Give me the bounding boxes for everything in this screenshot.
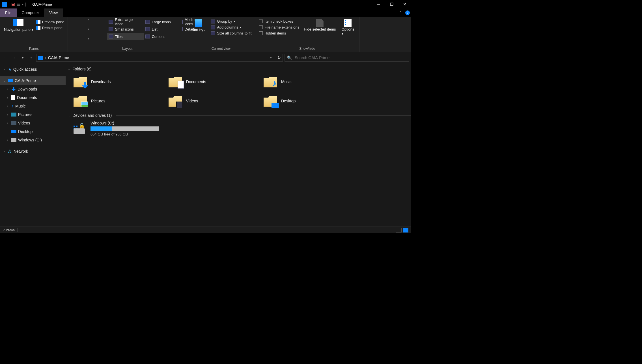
layout-tiles[interactable]: Tiles bbox=[107, 33, 144, 40]
add-columns-button[interactable]: Add columns ▾ bbox=[211, 25, 251, 29]
collapse-ribbon-button[interactable]: ˄ bbox=[397, 8, 404, 17]
close-button[interactable]: ✕ bbox=[398, 0, 411, 8]
layout-icon bbox=[109, 35, 113, 38]
forward-button[interactable]: → bbox=[11, 54, 18, 61]
layout-medium-icons[interactable]: Medium icons bbox=[180, 18, 184, 25]
download-icon bbox=[11, 87, 16, 91]
tile-label: Desktop bbox=[281, 99, 296, 103]
search-box[interactable]: 🔍 bbox=[285, 54, 409, 62]
item-check-boxes-toggle[interactable]: Item check boxes bbox=[259, 19, 299, 23]
navigation-pane-button[interactable]: Navigation pane ▾ bbox=[2, 18, 35, 46]
group-header-drives[interactable]: ⌄ Devices and drives (1) bbox=[68, 112, 411, 119]
tile-desktop[interactable]: Desktop bbox=[264, 92, 357, 110]
drive-name: Windows (C:) bbox=[91, 121, 159, 125]
qat-divider: | bbox=[25, 2, 26, 7]
layout-scroll[interactable]: ▴▾▾ bbox=[70, 18, 107, 40]
minimize-button[interactable]: ─ bbox=[372, 0, 385, 8]
drive-usage-bar bbox=[91, 126, 159, 131]
window-title: GAIA-Prime bbox=[32, 2, 52, 7]
tree-quick-access[interactable]: ›★Quick access bbox=[0, 65, 66, 74]
tile-windows-c[interactable]: 🔓 Windows (C:) 654 GB free of 953 GB bbox=[68, 119, 411, 137]
up-button[interactable]: ↑ bbox=[28, 54, 35, 61]
title-bar: | ▣ ▤ ▾ | GAIA-Prime ─ ☐ ✕ bbox=[0, 0, 411, 8]
status-view-details-button[interactable] bbox=[396, 228, 402, 232]
help-button[interactable]: ? bbox=[404, 8, 411, 17]
tile-documents[interactable]: Documents bbox=[169, 73, 262, 91]
refresh-button[interactable]: ↻ bbox=[277, 55, 281, 60]
tab-view[interactable]: View bbox=[44, 8, 63, 17]
addcols-icon bbox=[211, 25, 215, 29]
drive-free-text: 654 GB free of 953 GB bbox=[91, 132, 159, 136]
ribbon: Navigation pane ▾ Preview pane Details p… bbox=[0, 17, 411, 52]
group-label-layout: Layout bbox=[70, 46, 184, 51]
address-bar[interactable]: › GAIA-Prime ▾ ↻ bbox=[36, 54, 283, 62]
main-area: ›★Quick access ⌄GAIA-Prime ›Downloads ›D… bbox=[0, 63, 411, 227]
tab-file[interactable]: File bbox=[0, 8, 17, 17]
tab-computer[interactable]: Computer bbox=[17, 8, 44, 17]
options-icon bbox=[344, 19, 352, 27]
tree-network[interactable]: ›🖧Network bbox=[0, 147, 66, 156]
layout-list[interactable]: List bbox=[144, 25, 180, 33]
size-columns-button[interactable]: Size all columns to fit bbox=[211, 31, 251, 35]
preview-pane-button[interactable]: Preview pane bbox=[36, 20, 64, 24]
layout-extra-large-icons[interactable]: Extra large icons bbox=[107, 18, 144, 25]
chevron-right-icon: › bbox=[45, 55, 46, 60]
group-label-panes: Panes bbox=[2, 46, 65, 51]
group-by-button[interactable]: Group by ▾ bbox=[211, 19, 251, 23]
back-button[interactable]: ← bbox=[2, 54, 9, 61]
details-pane-button[interactable]: Details pane bbox=[36, 26, 64, 30]
network-icon: 🖧 bbox=[8, 149, 12, 154]
tree-this-pc[interactable]: ⌄GAIA-Prime bbox=[0, 76, 66, 85]
hidden-items-toggle[interactable]: Hidden items bbox=[259, 31, 299, 35]
layout-content[interactable]: Content bbox=[144, 33, 180, 40]
status-bar: 7 items bbox=[0, 227, 411, 233]
tree-pictures[interactable]: ›Pictures bbox=[0, 110, 66, 119]
tile-videos[interactable]: Videos bbox=[169, 92, 262, 110]
layout-large-icons[interactable]: Large icons bbox=[144, 18, 180, 25]
tile-label: Downloads bbox=[91, 79, 111, 84]
status-view-tiles-button[interactable] bbox=[403, 228, 408, 232]
qat-properties-icon[interactable]: ▣ bbox=[11, 2, 15, 7]
layout-small-icons[interactable]: Small icons bbox=[107, 25, 144, 33]
recent-locations-button[interactable]: ▾ bbox=[19, 54, 26, 61]
chevron-down-icon[interactable]: ▾ bbox=[270, 56, 272, 60]
ribbon-group-current-view: Sort by ▾ Group by ▾ Add columns ▾ Size … bbox=[187, 17, 255, 52]
ribbon-group-panes: Navigation pane ▾ Preview pane Details p… bbox=[0, 17, 68, 52]
layout-icon bbox=[182, 20, 183, 24]
navigation-tree[interactable]: ›★Quick access ⌄GAIA-Prime ›Downloads ›D… bbox=[0, 63, 66, 227]
picture-icon bbox=[81, 102, 88, 107]
pc-icon bbox=[38, 56, 43, 60]
ribbon-tabs: File Computer View ˄ ? bbox=[0, 8, 411, 17]
hide-selected-icon bbox=[316, 19, 324, 27]
desktop-icon bbox=[11, 130, 16, 133]
ribbon-group-show-hide: Item check boxes File name extensions Hi… bbox=[255, 17, 359, 52]
hide-selected-button[interactable]: Hide selected items bbox=[301, 18, 339, 46]
options-button[interactable]: Options▾ bbox=[339, 18, 357, 46]
search-input[interactable] bbox=[295, 55, 406, 60]
qat-dropdown-icon[interactable]: ▾ bbox=[22, 3, 23, 6]
tree-desktop[interactable]: Desktop bbox=[0, 127, 66, 136]
tile-label: Videos bbox=[186, 99, 198, 103]
tree-windows-c[interactable]: ›Windows (C:) bbox=[0, 136, 66, 144]
tile-pictures[interactable]: Pictures bbox=[74, 92, 167, 110]
group-header-folders[interactable]: ⌄ Folders (6) bbox=[68, 66, 411, 73]
document-icon bbox=[11, 95, 15, 100]
app-icon bbox=[2, 2, 7, 7]
content-pane[interactable]: ⌄ Folders (6) Downloads Documents ♪ Musi… bbox=[66, 63, 411, 227]
sort-by-button[interactable]: Sort by ▾ bbox=[189, 18, 208, 46]
tile-music[interactable]: ♪ Music bbox=[264, 73, 357, 91]
file-name-extensions-toggle[interactable]: File name extensions bbox=[259, 25, 299, 29]
tree-documents[interactable]: ›Documents bbox=[0, 93, 66, 102]
music-icon: ♪ bbox=[11, 104, 14, 109]
checkbox-icon bbox=[259, 31, 263, 35]
preview-pane-icon bbox=[36, 20, 40, 24]
tile-downloads[interactable]: Downloads bbox=[74, 73, 167, 91]
tree-downloads[interactable]: ›Downloads bbox=[0, 85, 66, 93]
tree-videos[interactable]: ›Videos bbox=[0, 119, 66, 127]
tree-music[interactable]: ›♪Music bbox=[0, 102, 66, 110]
maximize-button[interactable]: ☐ bbox=[385, 0, 398, 8]
address-bar-row: ← → ▾ ↑ › GAIA-Prime ▾ ↻ 🔍 bbox=[0, 52, 411, 63]
pc-icon bbox=[8, 79, 13, 82]
layout-details[interactable]: Details bbox=[180, 25, 184, 33]
qat-newfolder-icon[interactable]: ▤ bbox=[17, 2, 20, 7]
